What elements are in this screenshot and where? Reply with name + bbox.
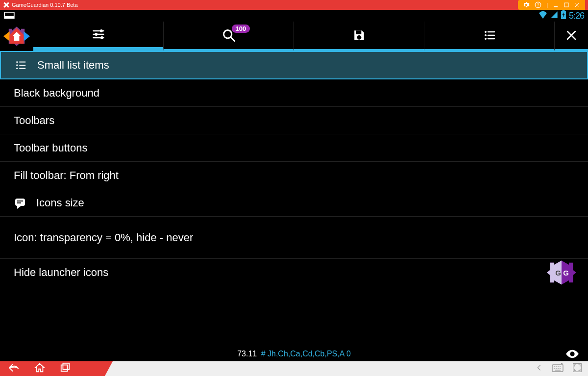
settings-item-icons-size[interactable]: Icons size bbox=[0, 189, 588, 217]
clock-time: 5:26 bbox=[569, 11, 584, 21]
emulator-titlebar: GameGuardian 0.10.7 Beta ? | bbox=[0, 0, 588, 10]
wifi-icon bbox=[538, 11, 548, 21]
tab-list[interactable] bbox=[424, 22, 555, 51]
svg-point-20 bbox=[485, 38, 487, 40]
svg-rect-5 bbox=[4, 16, 14, 18]
tab-settings[interactable] bbox=[33, 22, 164, 51]
svg-point-13 bbox=[95, 33, 98, 36]
signal-icon bbox=[550, 11, 558, 21]
svg-rect-24 bbox=[15, 199, 25, 206]
svg-point-17 bbox=[357, 35, 361, 40]
settings-item-label: Toolbar buttons bbox=[14, 142, 87, 154]
svg-marker-9 bbox=[3, 31, 10, 41]
list-icon bbox=[15, 59, 27, 72]
close-window-icon[interactable] bbox=[574, 2, 580, 8]
settings-gear-icon[interactable] bbox=[523, 1, 530, 8]
settings-item-black-bg[interactable]: Black background bbox=[0, 79, 588, 107]
svg-marker-10 bbox=[24, 31, 30, 41]
settings-item-toolbar-buttons[interactable]: Toolbar buttons bbox=[0, 134, 588, 162]
svg-rect-2 bbox=[554, 6, 558, 7]
svg-text:G: G bbox=[563, 269, 569, 277]
help-icon[interactable]: ? bbox=[535, 1, 541, 8]
window-mode-icon bbox=[4, 12, 15, 20]
app-tab-row: 100 bbox=[0, 22, 588, 51]
settings-list: Small list items Black background Toolba… bbox=[0, 51, 588, 347]
battery-icon bbox=[561, 10, 566, 22]
nav-keyboard-icon[interactable] bbox=[552, 363, 564, 374]
gameguardian-overlay-icon[interactable]: G G bbox=[546, 259, 577, 286]
svg-point-21 bbox=[16, 61, 18, 63]
svg-point-22 bbox=[16, 64, 18, 66]
nav-fullscreen-icon[interactable] bbox=[572, 363, 582, 375]
svg-point-23 bbox=[16, 68, 18, 69]
settings-item-label: Black background bbox=[14, 87, 99, 100]
settings-item-icon-transparency[interactable]: Icon: transparency = 0%, hide - never bbox=[0, 217, 588, 259]
settings-item-label: Hide launcher icons bbox=[14, 266, 108, 279]
emulator-nav-bar bbox=[0, 361, 588, 376]
minimize-icon[interactable] bbox=[553, 2, 559, 8]
close-button[interactable] bbox=[555, 22, 588, 51]
svg-rect-7 bbox=[562, 10, 564, 11]
settings-item-label: Small list items bbox=[37, 59, 109, 72]
search-count-badge: 100 bbox=[232, 25, 250, 33]
svg-point-18 bbox=[485, 31, 487, 33]
nav-caret-left-icon[interactable] bbox=[535, 364, 543, 374]
svg-point-12 bbox=[99, 29, 102, 32]
nav-recent-icon[interactable] bbox=[60, 362, 71, 375]
svg-point-19 bbox=[485, 34, 487, 36]
svg-text:?: ? bbox=[537, 3, 539, 7]
svg-rect-32 bbox=[552, 365, 563, 372]
app-home-icon[interactable] bbox=[0, 22, 33, 51]
version-text: 73.11 bbox=[237, 350, 257, 358]
svg-rect-16 bbox=[356, 30, 361, 34]
settings-item-toolbars[interactable]: Toolbars bbox=[0, 107, 588, 134]
svg-point-14 bbox=[100, 36, 103, 39]
settings-item-small-list[interactable]: Small list items bbox=[0, 51, 588, 79]
maximize-icon[interactable] bbox=[564, 2, 569, 8]
tags-text: # Jh,Ch,Ca,Cd,Cb,PS,A 0 bbox=[261, 350, 351, 358]
divider: | bbox=[546, 2, 548, 8]
settings-item-label: Toolbars bbox=[14, 114, 54, 127]
svg-point-29 bbox=[570, 351, 574, 356]
svg-rect-30 bbox=[61, 365, 68, 372]
settings-item-label: Icon: transparency = 0%, hide - never bbox=[14, 231, 193, 244]
svg-rect-3 bbox=[564, 3, 568, 7]
nav-back-icon[interactable] bbox=[8, 362, 20, 375]
android-status-bar: 5:26 bbox=[0, 10, 588, 22]
emulator-logo-icon bbox=[3, 1, 10, 8]
svg-text:G: G bbox=[555, 269, 561, 277]
tag-icon bbox=[14, 197, 26, 209]
settings-item-fill-toolbar[interactable]: Fill toolbar: From right bbox=[0, 162, 588, 189]
nav-home-icon[interactable] bbox=[34, 362, 45, 375]
visibility-eye-icon[interactable] bbox=[565, 349, 579, 361]
settings-item-hide-launcher[interactable]: Hide launcher icons bbox=[0, 259, 588, 286]
bottom-status-bar: 73.11 # Jh,Ch,Ca,Cd,Cb,PS,A 0 bbox=[0, 347, 588, 361]
settings-item-label: Fill toolbar: From right bbox=[14, 169, 119, 182]
settings-item-label: Icons size bbox=[36, 197, 84, 209]
emulator-title: GameGuardian 0.10.7 Beta bbox=[12, 2, 78, 8]
tab-search[interactable]: 100 bbox=[164, 22, 294, 51]
svg-rect-31 bbox=[63, 363, 69, 370]
tab-save[interactable] bbox=[294, 22, 424, 51]
